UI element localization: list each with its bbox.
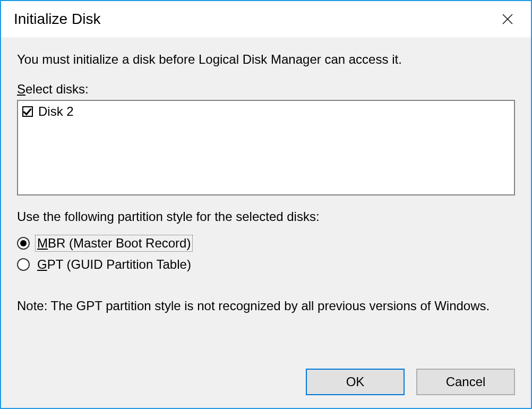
partition-radio-group: MBR (Master Boot Record) GPT (GUID Parti… [17,236,515,278]
close-button[interactable] [495,6,520,32]
dialog-content: You must initialize a disk before Logica… [1,37,531,408]
list-item[interactable]: Disk 2 [22,104,510,119]
close-icon [502,13,513,25]
disk-listbox[interactable]: Disk 2 [17,100,515,195]
partition-style-label: Use the following partition style for th… [17,209,515,224]
ok-button[interactable]: OK [306,369,405,395]
intro-text: You must initialize a disk before Logica… [17,52,515,67]
radio-label-mbr: MBR (Master Boot Record) [36,236,192,251]
disk-checkbox[interactable] [22,106,33,117]
radio-button-gpt[interactable] [17,258,30,271]
titlebar: Initialize Disk [1,1,531,37]
select-disks-label: Select disks: [17,82,515,97]
disk-label: Disk 2 [38,104,74,119]
dialog-title: Initialize Disk [14,11,100,28]
radio-label-gpt: GPT (GUID Partition Table) [36,257,192,272]
note-text: Note: The GPT partition style is not rec… [17,297,515,314]
cancel-button[interactable]: Cancel [416,369,515,395]
button-row: OK Cancel [17,369,515,395]
dialog-window: Initialize Disk You must initialize a di… [0,0,532,409]
radio-button-mbr[interactable] [17,237,30,250]
radio-gpt[interactable]: GPT (GUID Partition Table) [17,257,515,272]
radio-mbr[interactable]: MBR (Master Boot Record) [17,236,515,251]
